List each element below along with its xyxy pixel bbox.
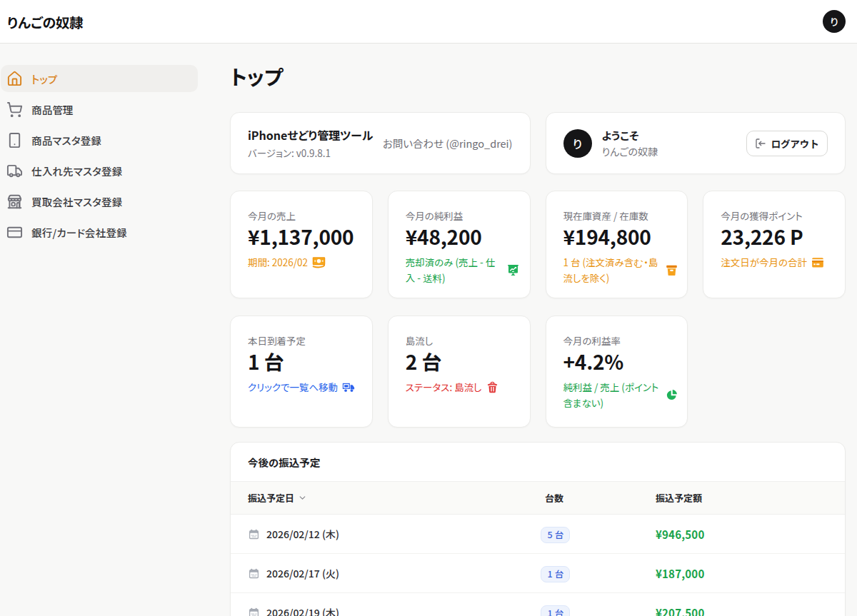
sidebar-item-product-master[interactable]: 商品マスタ登録 <box>1 126 198 153</box>
sidebar-item-label: 仕入れ先マスタ登録 <box>31 163 123 178</box>
column-header-units: 台数 <box>541 491 656 505</box>
transfer-date-cell: 2026/02/17 (火) <box>248 566 541 580</box>
trash-icon <box>486 380 499 394</box>
stat-card-monthly-net-profit: 今月の純利益 ¥48,200 売却済のみ (売上 - 仕入 - 送料) <box>388 191 531 298</box>
stat-note: 注文日が今月の合計 <box>721 255 836 271</box>
stat-value: 1 台 <box>248 349 364 373</box>
stat-label: 島流し <box>406 334 521 348</box>
column-header-date[interactable]: 振込予定日 <box>248 491 541 505</box>
stat-note: 売却済のみ (売上 - 仕入 - 送料) <box>406 255 521 286</box>
stats-grid: 今月の売上 ¥1,137,000 期間: 2026/02 今月の純利益 ¥48,… <box>230 191 846 428</box>
sidebar-item-label: トップ <box>31 71 58 86</box>
sidebar-item-label: 商品マスタ登録 <box>31 133 101 148</box>
sidebar-item-top[interactable]: トップ <box>1 65 198 92</box>
stat-value: ¥194,800 <box>563 224 679 248</box>
stat-note: 純利益 / 売上 (ポイント含まない) <box>563 380 679 410</box>
units-badge: 1 台 <box>541 605 570 616</box>
stat-card-arriving-today: 本日到着予定 1 台 クリックで一覧へ移動 <box>230 315 373 428</box>
stat-value: ¥48,200 <box>406 224 521 248</box>
units-badge: 5 台 <box>541 527 570 543</box>
credit-card-solid-icon <box>811 256 825 270</box>
transfer-date-cell: 2026/02/12 (木) <box>248 527 541 541</box>
stat-value: 2 台 <box>406 349 521 373</box>
app-info-contact: お問い合わせ (@ringo_drei) <box>383 136 513 151</box>
delivery-truck-icon <box>341 380 356 395</box>
credit-card-icon <box>6 224 23 241</box>
sidebar-item-supplier-master[interactable]: 仕入れ先マスタ登録 <box>1 157 198 184</box>
stat-label: 本日到着予定 <box>248 334 364 348</box>
stat-note: ステータス: 島流し <box>406 380 521 395</box>
sidebar-item-label: 銀行/カード会社登録 <box>31 225 127 240</box>
stat-note: 1 台 (注文済み含む・島流しを除く) <box>563 255 679 286</box>
stat-value: +4.2% <box>563 349 679 373</box>
app-info-title: iPhoneせどり管理ツール <box>248 126 383 143</box>
welcome-avatar: り <box>563 129 592 158</box>
stat-card-exiled: 島流し 2 台 ステータス: 島流し <box>388 315 531 428</box>
app-title: りんごの奴隷 <box>7 12 83 31</box>
sidebar-item-buyer-master[interactable]: 買取会社マスタ登録 <box>1 188 198 215</box>
table-row[interactable]: 2026/02/19 (木) 1 台 ¥207,500 <box>231 593 845 616</box>
welcome-username: りんごの奴隷 <box>602 144 746 158</box>
smartphone-icon <box>6 132 23 148</box>
units-cell: 5 台 <box>541 525 656 543</box>
stat-card-monthly-points: 今月の獲得ポイント 23,226 P 注文日が今月の合計 <box>703 191 846 298</box>
stat-label: 今月の利益率 <box>563 334 679 348</box>
stat-label: 現在庫資産 / 在庫数 <box>563 209 679 223</box>
stat-card-inventory-value: 現在庫資産 / 在庫数 ¥194,800 1 台 (注文済み含む・島流しを除く) <box>546 191 688 298</box>
stat-value: ¥1,137,000 <box>248 224 364 248</box>
units-cell: 1 台 <box>541 564 656 582</box>
sidebar: トップ 商品管理 商品マスタ登録 仕入れ先マスタ登録 買取会社マスタ登録 銀行/… <box>0 44 199 616</box>
cart-icon <box>6 101 23 118</box>
transfer-table-header-row: 振込予定日 台数 振込予定額 <box>231 482 845 515</box>
stat-label: 今月の純利益 <box>406 209 521 223</box>
stat-label: 今月の獲得ポイント <box>721 209 836 223</box>
column-header-amount: 振込予定額 <box>656 491 828 505</box>
transfer-date-cell: 2026/02/19 (木) <box>248 605 541 616</box>
logout-button[interactable]: ログアウト <box>746 131 828 156</box>
welcome-greeting: ようこそ <box>602 128 746 143</box>
app-info-card: iPhoneせどり管理ツール バージョン: v0.9.8.1 お問い合わせ (@… <box>230 112 531 174</box>
stat-label: 今月の売上 <box>248 209 364 223</box>
sidebar-item-products[interactable]: 商品管理 <box>1 96 198 123</box>
stat-note: 期間: 2026/02 <box>248 255 364 271</box>
stat-card-monthly-profit-rate: 今月の利益率 +4.2% 純利益 / 売上 (ポイント含まない) <box>546 315 688 428</box>
transfer-table-card: 今後の振込予定 振込予定日 台数 振込予定額 2026/02/12 (木) 5 … <box>230 442 846 616</box>
stat-note: クリックで一覧へ移動 <box>248 380 364 395</box>
page-title: トップ <box>230 63 846 90</box>
archive-box-icon <box>665 263 678 277</box>
pie-chart-icon <box>665 388 678 402</box>
stat-card-monthly-sales: 今月の売上 ¥1,137,000 期間: 2026/02 <box>230 191 373 298</box>
units-cell: 1 台 <box>541 603 656 616</box>
logout-icon <box>755 138 766 149</box>
user-avatar[interactable]: り <box>823 10 846 33</box>
banknote-icon <box>311 255 326 270</box>
chart-board-icon <box>506 263 520 277</box>
calendar-icon <box>248 567 260 580</box>
app-info-version: バージョン: v0.9.8.1 <box>248 146 383 160</box>
calendar-icon <box>248 607 260 616</box>
table-row[interactable]: 2026/02/12 (木) 5 台 ¥946,500 <box>231 515 845 554</box>
main-content: トップ iPhoneせどり管理ツール バージョン: v0.9.8.1 お問い合わ… <box>199 44 857 616</box>
info-row: iPhoneせどり管理ツール バージョン: v0.9.8.1 お問い合わせ (@… <box>230 112 846 174</box>
top-header: りんごの奴隷 り <box>0 0 857 44</box>
transfer-amount: ¥207,500 <box>656 605 828 616</box>
calendar-icon <box>248 528 260 540</box>
sort-chevron-icon <box>298 493 307 503</box>
sidebar-item-label: 買取会社マスタ登録 <box>31 194 123 209</box>
home-icon <box>6 71 23 87</box>
sidebar-item-label: 商品管理 <box>31 102 74 117</box>
transfer-amount: ¥946,500 <box>656 527 828 542</box>
welcome-card: り ようこそ りんごの奴隷 ログアウト <box>546 112 846 174</box>
store-icon <box>6 193 23 210</box>
stat-value: 23,226 P <box>721 224 836 248</box>
transfer-amount: ¥187,000 <box>656 566 828 581</box>
logout-label: ログアウト <box>771 136 820 151</box>
units-badge: 1 台 <box>541 566 570 582</box>
sidebar-item-bank-card[interactable]: 銀行/カード会社登録 <box>1 218 198 246</box>
transfer-table-title: 今後の振込予定 <box>231 443 845 482</box>
table-row[interactable]: 2026/02/17 (火) 1 台 ¥187,000 <box>231 554 845 593</box>
truck-icon <box>6 163 23 179</box>
